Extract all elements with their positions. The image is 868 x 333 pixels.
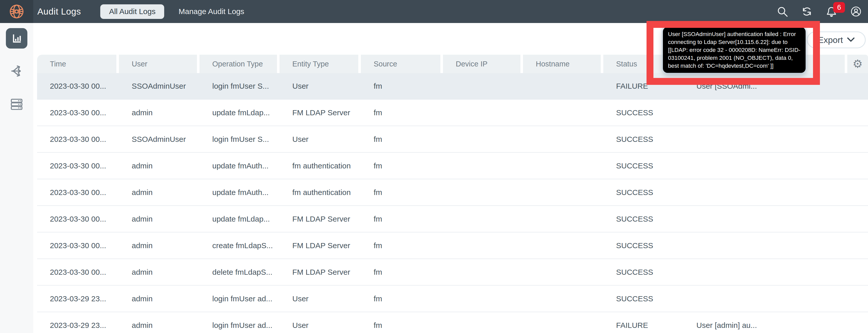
- cell-entity: User: [280, 321, 361, 330]
- table-row[interactable]: 2023-03-30 00...SSOAdminUserlogin fmUser…: [37, 126, 868, 153]
- export-button[interactable]: Export: [807, 31, 866, 48]
- error-tooltip-line: User [SSOAdminUser] authentication faile…: [668, 30, 801, 38]
- cell-entity: FM LDAP Server: [280, 108, 361, 117]
- page-title: Audit Logs: [37, 6, 81, 16]
- cell-status: SUCCESS: [603, 135, 684, 144]
- cell-source: fm: [361, 215, 443, 223]
- table-row[interactable]: 2023-03-29 23...adminlogin fmUser ad...U…: [37, 286, 868, 312]
- bar-chart-icon: [10, 32, 23, 44]
- tab-all-audit-logs[interactable]: All Audit Logs: [100, 4, 164, 19]
- table-row[interactable]: 2023-03-29 23...adminlogin fmUser ad...U…: [37, 312, 868, 333]
- cell-source: fm: [361, 135, 443, 144]
- header-actions: 6: [776, 6, 868, 18]
- table-row[interactable]: 2023-03-30 00...SSOAdminUserlogin fmUser…: [37, 73, 868, 100]
- left-sidebar: [0, 23, 33, 333]
- cell-entity: fm authentication: [280, 188, 361, 197]
- notifications-bell-icon[interactable]: 6: [826, 6, 837, 18]
- table-row[interactable]: 2023-03-30 00...adminupdate fmAuth...fm …: [37, 153, 868, 179]
- table-body: 2023-03-30 00...SSOAdminUserlogin fmUser…: [37, 73, 868, 333]
- cell-status: SUCCESS: [603, 162, 684, 170]
- column-settings-button[interactable]: ⚙: [847, 55, 868, 73]
- column-header-hostname[interactable]: Hostname: [523, 55, 603, 73]
- cell-operation: login fmUser S...: [199, 82, 280, 91]
- table-row[interactable]: 2023-03-30 00...adminupdate fmLdap...FM …: [37, 206, 868, 233]
- sidebar-item-bar-chart[interactable]: [6, 28, 27, 48]
- cell-time: 2023-03-30 00...: [37, 135, 119, 144]
- user-account-icon[interactable]: [850, 6, 862, 18]
- cell-entity: User: [280, 294, 361, 303]
- server-stack-icon: [10, 97, 24, 111]
- column-header-source[interactable]: Source: [361, 55, 443, 73]
- audit-logs-table: TimeUserOperation TypeEntity TypeSourceD…: [37, 55, 868, 333]
- cell-source: fm: [361, 188, 443, 197]
- top-header-bar: Audit Logs All Audit Logs Manage Audit L…: [0, 0, 868, 23]
- cell-operation: update fmLdap...: [199, 215, 280, 223]
- cell-operation: login fmUser ad...: [199, 321, 280, 330]
- cell-operation: update fmLdap...: [199, 108, 280, 117]
- cell-user: admin: [119, 162, 199, 170]
- tab-all-audit-logs-label: All Audit Logs: [109, 7, 155, 16]
- cell-time: 2023-03-29 23...: [37, 294, 119, 303]
- sidebar-item-branch-arrows[interactable]: [10, 64, 24, 78]
- tab-manage-audit-logs[interactable]: Manage Audit Logs: [179, 7, 244, 16]
- cell-time: 2023-03-30 00...: [37, 188, 119, 197]
- cell-source: fm: [361, 268, 443, 276]
- cell-status: SUCCESS: [603, 215, 684, 223]
- cell-status: FAILURE: [603, 321, 684, 330]
- error-tooltip-line: best match of: 'DC=hqdevtest,DC=com' ]]: [668, 62, 801, 70]
- notification-count-badge: 6: [833, 2, 845, 13]
- cell-entity: User: [280, 135, 361, 144]
- cell-user: admin: [119, 215, 199, 223]
- tab-manage-audit-logs-label: Manage Audit Logs: [179, 7, 244, 15]
- cell-source: fm: [361, 82, 443, 91]
- chevron-down-icon: [847, 37, 855, 42]
- branch-arrows-icon: [10, 64, 24, 78]
- sidebar-item-server-stack[interactable]: [10, 97, 24, 111]
- cell-user: admin: [119, 188, 199, 197]
- search-icon[interactable]: [776, 6, 788, 18]
- error-tooltip-line: connecting to Ldap Server[10.115.6.22]: …: [668, 38, 801, 46]
- cell-entity: User: [280, 82, 361, 91]
- cell-status: SUCCESS: [603, 294, 684, 303]
- table-row[interactable]: 2023-03-30 00...adminupdate fmLdap...FM …: [37, 100, 868, 126]
- refresh-icon[interactable]: [801, 6, 813, 18]
- column-header-device-ip[interactable]: Device IP: [443, 55, 523, 73]
- cell-user: admin: [119, 321, 199, 330]
- cell-operation: delete fmLdapS...: [199, 268, 280, 276]
- cell-status: SUCCESS: [603, 268, 684, 276]
- cell-status: SUCCESS: [603, 108, 684, 117]
- column-header-entity-type[interactable]: Entity Type: [280, 55, 361, 73]
- table-row[interactable]: 2023-03-30 00...admindelete fmLdapS...FM…: [37, 259, 868, 286]
- app-logo[interactable]: [0, 0, 33, 23]
- column-header-user[interactable]: User: [119, 55, 199, 73]
- cell-message: User [SSOAdmi...: [684, 82, 847, 91]
- table-row[interactable]: 2023-03-30 00...admincreate fmLdapS...FM…: [37, 233, 868, 259]
- cell-time: 2023-03-30 00...: [37, 108, 119, 117]
- table-row[interactable]: 2023-03-30 00...adminupdate fmAuth...fm …: [37, 179, 868, 206]
- cell-source: fm: [361, 108, 443, 117]
- column-header-operation-type[interactable]: Operation Type: [199, 55, 280, 73]
- cell-time: 2023-03-30 00...: [37, 162, 119, 170]
- cell-message: User [admin] au...: [684, 321, 847, 330]
- cell-user: admin: [119, 241, 199, 250]
- cell-user: admin: [119, 268, 199, 276]
- cell-entity: FM LDAP Server: [280, 215, 361, 223]
- cell-source: fm: [361, 162, 443, 170]
- cell-status: SUCCESS: [603, 188, 684, 197]
- cell-time: 2023-03-30 00...: [37, 268, 119, 276]
- cell-operation: create fmLdapS...: [199, 241, 280, 250]
- cell-operation: update fmAuth...: [199, 188, 280, 197]
- cell-status: FAILURE: [603, 82, 684, 91]
- cell-user: admin: [119, 108, 199, 117]
- cell-source: fm: [361, 241, 443, 250]
- cell-status: SUCCESS: [603, 241, 684, 250]
- cell-user: admin: [119, 294, 199, 303]
- cell-entity: FM LDAP Server: [280, 241, 361, 250]
- column-header-time[interactable]: Time: [37, 55, 119, 73]
- cell-user: SSOAdminUser: [119, 82, 199, 91]
- error-tooltip-line: [[LDAP: error code 32 - 0000208D: NameEr…: [668, 46, 801, 54]
- cell-operation: login fmUser ad...: [199, 294, 280, 303]
- cell-operation: login fmUser S...: [199, 135, 280, 144]
- error-tooltip-line: 03100241, problem 2001 (NO_OBJECT), data…: [668, 54, 801, 62]
- gear-icon: ⚙: [852, 58, 863, 69]
